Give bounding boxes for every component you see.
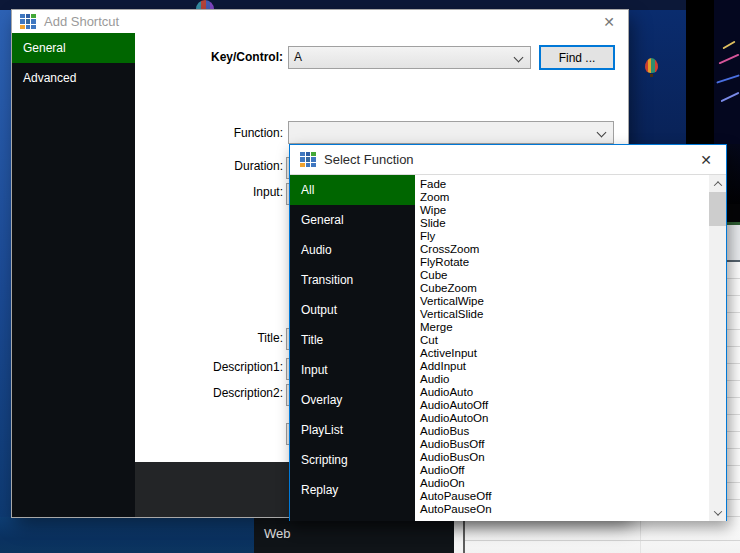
desktop-left-strip — [0, 10, 12, 517]
vmix-logo-icon — [300, 152, 316, 168]
window-title: Add Shortcut — [44, 14, 119, 29]
add-shortcut-sidebar: GeneralAdvanced — [12, 33, 135, 517]
key-control-select[interactable]: A — [288, 46, 531, 69]
background-sliver-fireworks — [727, 144, 740, 204]
desktop-top-strip — [0, 0, 740, 10]
function-list-item[interactable]: Slide — [420, 217, 709, 230]
function-list-item[interactable]: FlyRotate — [420, 256, 709, 269]
function-list-item[interactable]: AudioAuto — [420, 386, 709, 399]
chevron-down-icon — [713, 507, 721, 515]
sidebar-item[interactable]: Advanced — [12, 63, 135, 93]
category-item[interactable]: Overlay — [290, 385, 415, 415]
function-category-sidebar: AllGeneralAudioTransitionOutputTitleInpu… — [290, 175, 415, 521]
select-function-titlebar[interactable]: Select Function ✕ — [290, 145, 726, 175]
function-list-item[interactable]: ActiveInput — [420, 347, 709, 360]
function-list-item[interactable]: AddInput — [420, 360, 709, 373]
function-list-item[interactable]: CubeZoom — [420, 282, 709, 295]
function-list-item[interactable]: AudioAutoOff — [420, 399, 709, 412]
input-label: Input: — [92, 186, 283, 199]
category-item[interactable]: Transition — [290, 265, 415, 295]
key-control-value: A — [294, 50, 302, 64]
window-title: Select Function — [324, 152, 414, 167]
function-list: FadeZoomWipeSlideFlyCrossZoomFlyRotateCu… — [415, 175, 709, 521]
category-item[interactable]: Input — [290, 355, 415, 385]
function-list-item[interactable]: Merge — [420, 321, 709, 334]
function-list-item[interactable]: CrossZoom — [420, 243, 709, 256]
chevron-down-icon — [597, 128, 607, 138]
function-list-item[interactable]: AudioOff — [420, 464, 709, 477]
function-list-item[interactable]: Zoom — [420, 191, 709, 204]
function-list-item[interactable]: Cut — [420, 334, 709, 347]
function-list-item[interactable]: Audio — [420, 373, 709, 386]
background-sliver-black — [727, 204, 740, 222]
function-list-item[interactable]: Fly — [420, 230, 709, 243]
function-list-item[interactable]: AudioBus — [420, 425, 709, 438]
function-list-item[interactable]: AudioBusOn — [420, 451, 709, 464]
category-item[interactable]: Replay — [290, 475, 415, 505]
close-icon[interactable]: ✕ — [700, 153, 712, 167]
add-shortcut-titlebar[interactable]: Add Shortcut ✕ — [12, 10, 628, 33]
duration-label: Duration: — [92, 160, 283, 173]
desktop: Web Add Shortcut ✕ GeneralAdvanced Key/C… — [0, 0, 740, 553]
scrollbar-down-button[interactable] — [709, 504, 726, 521]
chevron-down-icon — [514, 53, 524, 63]
function-list-item[interactable]: Wipe — [420, 204, 709, 217]
key-control-label: Key/Control: — [92, 51, 283, 64]
scrollbar-up-button[interactable] — [709, 175, 726, 192]
vmix-logo-icon — [20, 14, 36, 30]
function-list-item[interactable]: VerticalSlide — [420, 308, 709, 321]
find-button[interactable]: Find ... — [539, 45, 615, 70]
category-item[interactable]: Scripting — [290, 445, 415, 475]
background-list-rows — [727, 262, 740, 521]
function-list-item[interactable]: AudioAutoOn — [420, 412, 709, 425]
function-list-item[interactable]: Fade — [420, 178, 709, 191]
title-label: Title: — [92, 332, 283, 345]
function-list-item[interactable]: VerticalWipe — [420, 295, 709, 308]
function-select[interactable] — [288, 121, 614, 144]
category-item[interactable]: Title — [290, 325, 415, 355]
scrollbar[interactable] — [709, 175, 726, 521]
video-fireworks-thumbnail — [714, 0, 740, 144]
video-balloon-thumbnail — [628, 10, 686, 144]
category-item[interactable]: All — [290, 175, 415, 205]
function-label: Function: — [92, 127, 283, 140]
category-item[interactable]: Audio — [290, 235, 415, 265]
scrollbar-thumb[interactable] — [709, 192, 726, 226]
function-list-item[interactable]: AudioOn — [420, 477, 709, 490]
select-function-window: Select Function ✕ AllGeneralAudioTransit… — [289, 144, 727, 521]
web-tab-bar[interactable]: Web — [254, 517, 454, 553]
category-item[interactable]: General — [290, 205, 415, 235]
function-list-item[interactable]: AudioBusOff — [420, 438, 709, 451]
function-list-item[interactable]: AutoPauseOff — [420, 490, 709, 503]
category-item[interactable]: Output — [290, 295, 415, 325]
function-list-item[interactable]: Cube — [420, 269, 709, 282]
background-table — [454, 517, 740, 553]
video-black-strip — [686, 0, 714, 144]
close-icon[interactable]: ✕ — [603, 15, 615, 29]
description2-label: Description2: — [92, 387, 283, 400]
hot-air-balloon-icon — [645, 58, 658, 73]
description1-label: Description1: — [92, 361, 283, 374]
category-item[interactable]: PlayList — [290, 415, 415, 445]
chevron-up-icon — [713, 181, 721, 189]
background-gray-band — [727, 225, 740, 260]
desktop-wallpaper-ocean — [0, 517, 254, 553]
web-tab-label[interactable]: Web — [264, 526, 291, 541]
function-list-item[interactable]: AutoPauseOn — [420, 503, 709, 516]
